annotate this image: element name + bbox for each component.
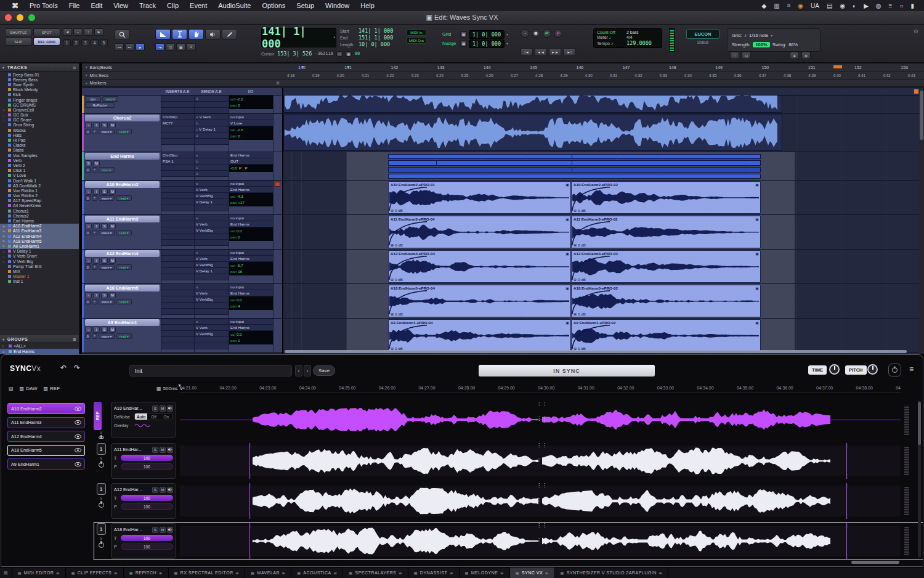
time-slider[interactable]: 100 <box>121 535 173 541</box>
track-list-item[interactable]: Vox Riddim 1 <box>0 188 79 193</box>
audio-clip[interactable]: A12 EndHarm4-ePRO-02 ▣ ⊕0 dB <box>571 250 761 283</box>
send-slot[interactable] <box>195 139 229 145</box>
track-list-item[interactable]: ∟ GC Snare <box>0 118 79 123</box>
tab-daw[interactable]: ▥DAW <box>20 386 38 391</box>
track-list-item[interactable]: ► A10 EndHarm2 <box>0 224 79 229</box>
send-slot[interactable]: d <box>195 171 229 177</box>
grid-icon[interactable]: ▦ <box>460 41 467 47</box>
fast-forward-button[interactable]: ►► <box>549 48 561 56</box>
playhead-marker[interactable]: ▼ <box>301 65 305 69</box>
send-slot[interactable]: V Verb <box>195 221 229 227</box>
clip-split-handle[interactable]: ⋮⋮ <box>537 538 548 543</box>
track-list-item[interactable]: V Love <box>0 173 79 178</box>
grid-nudge-value[interactable]: 1| 0| 000 <box>469 39 505 48</box>
plugin-vertical-scrollbar[interactable] <box>918 401 921 558</box>
insert-slot[interactable] <box>161 250 194 256</box>
aux-clip[interactable] <box>388 174 761 179</box>
send-slot[interactable]: a <box>195 215 229 221</box>
detach-icon[interactable]: ⊞ <box>114 571 117 575</box>
track-list-item[interactable]: End Harms <box>0 218 79 223</box>
input-monitor-button[interactable]: I <box>93 258 100 264</box>
track-view-selector[interactable]: wave ▾ <box>99 299 115 304</box>
automation-mode-selector[interactable]: read ▾ <box>116 333 132 339</box>
plugin-track-name[interactable]: A11 EndHar... <box>114 447 151 452</box>
track-list-item[interactable]: GC DRUMS <box>0 102 79 107</box>
track-lane[interactable]: A9 EndHarm1-ePRO-04 ▣ ⊕0 dB A9 EndHarm1-… <box>283 319 923 353</box>
track-state-icon[interactable]: ► <box>2 244 6 248</box>
track-list-item[interactable]: Finger snaps <box>0 97 79 102</box>
expand-chevron[interactable]: ∨ <box>99 456 102 461</box>
clip-split-handle[interactable]: ⋮⋮ <box>537 458 548 463</box>
go-to-end-button[interactable]: ►| <box>563 48 575 56</box>
audio-clip[interactable]: A18 EndHarm5-ePRO-04 ▣ ⊕0 dB <box>388 285 571 317</box>
grabber-tool-button[interactable] <box>188 29 204 39</box>
insert-slot[interactable] <box>161 290 194 296</box>
fade-in-curve[interactable] <box>572 324 611 349</box>
elastic-audio-icon[interactable]: * <box>92 230 97 235</box>
send-slot[interactable]: V VerbBig <box>195 296 229 303</box>
send-slot[interactable] <box>195 309 229 315</box>
insert-slot[interactable] <box>161 221 194 227</box>
track-lane[interactable]: A18 EndHarm5-ePRO-04 ▣ ⊕0 dB A18 EndHarm… <box>283 284 923 319</box>
track-list-item[interactable]: Block Melody <box>0 88 79 92</box>
track-list-item[interactable]: ∟ GrooveCell <box>0 107 79 112</box>
send-slot[interactable]: d <box>195 132 229 139</box>
input-selector[interactable]: no input <box>229 181 273 187</box>
track-number[interactable]: 1 <box>97 443 106 455</box>
insert-slot[interactable] <box>161 337 194 343</box>
audio-clip[interactable]: A18 EndHarm5-ePRO-02 ▣ ⊕0 dB <box>571 285 761 317</box>
grid-value[interactable]: 1/16 note <box>749 33 768 38</box>
send-slot[interactable]: V Verb <box>195 325 229 331</box>
denoise-option[interactable]: Off <box>147 413 160 420</box>
input-monitor-button[interactable]: I <box>93 189 100 195</box>
track-list-item[interactable]: Master 1 <box>0 274 79 279</box>
track-list-item[interactable]: A4 NeverKnew <box>0 203 79 208</box>
midi-in-indicator[interactable]: MIDI In <box>407 30 426 36</box>
mirror-midi-button[interactable]: ◫ <box>166 43 175 51</box>
insert-slot[interactable]: ChnlStrp <box>161 114 194 120</box>
mute-button[interactable]: M <box>109 223 116 229</box>
ref-track-name[interactable]: A10 EndHar... <box>114 405 151 411</box>
count-off-label[interactable]: Count Off <box>597 30 626 35</box>
track-list-item[interactable]: Inst 1 <box>0 279 79 284</box>
track-name-button[interactable]: A10 EndHarm2 <box>85 181 160 188</box>
send-slot[interactable]: V Verb <box>195 290 229 296</box>
insert-slot[interactable]: ChnlStrp <box>161 152 194 158</box>
track-list-item[interactable]: Verb <box>0 158 79 163</box>
speaker-button[interactable] <box>167 447 173 453</box>
expand-chevron[interactable]: ∨ <box>99 496 102 501</box>
track-view-selector[interactable]: wave ▾ <box>99 333 115 339</box>
insert-slot[interactable] <box>161 132 194 139</box>
plugin-tab[interactable]: ▦ REPITCH ⊞ <box>124 568 169 578</box>
search-icon[interactable]: ○ <box>730 52 739 59</box>
insert-slot[interactable] <box>161 193 194 199</box>
fade-in-curve[interactable] <box>389 324 428 349</box>
volume-pan-display[interactable]: -0.6P P <box>229 165 273 172</box>
record-enable-button[interactable]: ● <box>85 122 92 128</box>
plugin-track-item[interactable]: A12 EndHarm4 <box>7 431 85 442</box>
menubar-status-icon[interactable]: ⌗ <box>784 2 795 9</box>
swing-value[interactable]: 86% <box>788 42 798 47</box>
menubar-status-icon[interactable]: ▤ <box>823 2 836 9</box>
track-list-item[interactable]: Reecey Bass <box>0 77 79 82</box>
insert-slot[interactable] <box>161 325 194 331</box>
track-list-item[interactable]: Don't Walk 1 <box>0 178 79 183</box>
send-slot[interactable]: b <box>195 158 229 165</box>
eye-icon[interactable] <box>75 434 81 439</box>
insert-slot[interactable] <box>161 139 194 145</box>
track-list-item[interactable]: Deep Bass.01 <box>0 72 79 77</box>
menubar-item[interactable]: Setup <box>291 2 320 9</box>
speaker-button[interactable] <box>167 487 173 493</box>
elastic-audio-plugin-selector[interactable]: RePitch ▾ <box>85 102 115 108</box>
timebase-icon[interactable]: ⊙ <box>85 129 91 134</box>
time-slider[interactable]: 100 <box>121 455 173 461</box>
mute-button[interactable]: M <box>109 189 116 195</box>
zoom-preset-button[interactable]: 2 <box>72 39 80 46</box>
menubar-item[interactable]: Clip <box>161 2 184 9</box>
tempo-value[interactable]: 129.0000 <box>626 40 659 46</box>
plugin-track-name[interactable]: A12 EndHar... <box>114 487 151 492</box>
send-slot[interactable]: d <box>195 96 229 102</box>
volume-pan-display[interactable]: vol-2.5 pan0 <box>229 126 273 140</box>
insert-slot[interactable] <box>161 165 194 171</box>
link-edit-button[interactable]: ⊷ <box>125 43 134 51</box>
